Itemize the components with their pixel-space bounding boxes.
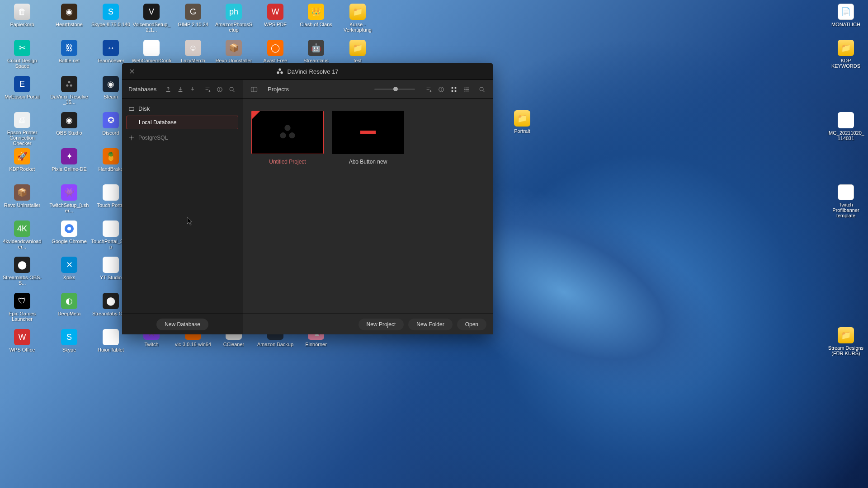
window-title: DaVinci Resolve 17 <box>287 68 338 75</box>
desktop-icon-kurse[interactable]: 📁Kurse - Verknüpfung <box>337 2 378 37</box>
svg-point-1 <box>66 84 68 87</box>
project-abo-button[interactable]: Abo Button new <box>332 111 404 165</box>
projects-search-button[interactable] <box>477 85 486 94</box>
db-export-button[interactable] <box>176 85 184 94</box>
desktop-icon-deepmeta[interactable]: ◐DeepMeta <box>49 291 90 326</box>
project-preview-graphic <box>360 131 376 134</box>
grid-view-button[interactable] <box>449 85 458 94</box>
svg-point-2 <box>70 84 72 87</box>
desktop-icon-revo[interactable]: 📦Revo Uninstaller <box>2 183 42 218</box>
desktop-icon-myepson[interactable]: EMyEpson Portal <box>2 74 42 109</box>
download-icon <box>177 86 184 93</box>
new-project-button[interactable]: New Project <box>359 319 404 330</box>
mouse-cursor-icon <box>187 217 193 226</box>
list-view-button[interactable] <box>462 85 471 94</box>
databases-header: Databases <box>122 80 243 99</box>
desktop-icon-slobs-setup[interactable]: ⬤Streamlabs-OBS-S... <box>2 255 42 290</box>
desktop-icon-wps-office[interactable]: WWPS Office <box>2 327 42 362</box>
open-button[interactable]: Open <box>457 319 486 330</box>
desktop-icon-amazonphotos[interactable]: phAmazonPhotosSetup <box>213 2 254 37</box>
svg-point-6 <box>277 71 279 74</box>
grid-icon <box>451 86 457 93</box>
search-icon <box>479 86 485 93</box>
desktop-icon-wpspdf[interactable]: WWPS PDF <box>255 2 296 37</box>
thumbnail-size-slider[interactable] <box>374 89 415 90</box>
project-name: Abo Button new <box>349 159 387 165</box>
toggle-sidebar-button[interactable] <box>250 85 259 94</box>
desktop-icon-kdprocket[interactable]: 🚀KDPRocket <box>2 146 42 182</box>
svg-point-23 <box>464 90 465 91</box>
davinci-project-manager-window: DaVinci Resolve 17 Databases Disk <box>122 63 493 334</box>
desktop-icon-pixia[interactable]: ✦Pixia Online-DE <box>49 146 90 182</box>
desktop-icon-kdpkeywords[interactable]: 📁KDP KEYWORDS <box>826 38 866 73</box>
svg-point-22 <box>464 89 465 90</box>
desktop-icon-epic[interactable]: 🛡Epic Games Launcher <box>2 291 42 326</box>
svg-point-25 <box>284 125 290 131</box>
databases-sidebar: Databases Disk Local Database <box>122 80 243 334</box>
backup-icon <box>189 86 196 93</box>
svg-rect-11 <box>129 107 134 110</box>
desktop-icon-4kdownloader[interactable]: 4K4kvideodownloader... <box>2 219 42 254</box>
db-search-button[interactable] <box>228 85 236 94</box>
desktop-icon-monatlich[interactable]: 📄MONATLICH <box>826 2 866 37</box>
svg-rect-17 <box>452 87 453 89</box>
svg-rect-19 <box>452 90 453 92</box>
database-item-local[interactable]: Local Database <box>127 116 238 129</box>
project-thumbnail[interactable] <box>251 111 324 154</box>
new-database-button[interactable]: New Database <box>156 319 208 330</box>
projects-sort-button[interactable] <box>424 85 433 94</box>
project-untitled[interactable]: Untitled Project <box>251 111 324 165</box>
project-thumbnail[interactable] <box>332 111 404 154</box>
close-button[interactable] <box>127 67 137 76</box>
desktop-icon-voicemod[interactable]: VVoicemodSetup_2.1... <box>131 2 172 37</box>
db-sort-button[interactable] <box>203 85 212 94</box>
svg-rect-14 <box>251 87 257 92</box>
desktop-icon-hearthstone[interactable]: ◉Hearthstone <box>49 2 90 37</box>
desktop-icon-chrome[interactable]: Google Chrome <box>49 219 90 254</box>
desktop-icon-battlenet[interactable]: ⛓Battle.net <box>49 38 90 73</box>
desktop-icon-skype2[interactable]: SSkype <box>49 327 90 362</box>
desktop-icon-obs[interactable]: ◉OBS Studio <box>49 110 90 145</box>
desktop-icon-portrait[interactable]: 📁Portrait <box>502 108 542 144</box>
svg-point-10 <box>230 87 234 91</box>
projects-grid: Untitled Project Abo Button new <box>243 99 493 314</box>
search-icon <box>229 86 235 93</box>
svg-rect-20 <box>455 90 457 92</box>
new-folder-button[interactable]: New Folder <box>408 319 452 330</box>
projects-footer: New Project New Folder Open <box>243 314 493 334</box>
disk-group-header[interactable]: Disk <box>127 103 238 116</box>
postgres-group-label: PostgreSQL <box>138 135 168 141</box>
davinci-logo-icon <box>276 68 283 75</box>
desktop-icon-stream-designs[interactable]: 📁Stream Designs (FÜR KURS) <box>826 325 866 361</box>
projects-info-button[interactable] <box>437 85 446 94</box>
network-icon <box>128 135 135 141</box>
desktop-icon-recycle-bin[interactable]: 🗑Papierkorb <box>2 2 42 37</box>
titlebar[interactable]: DaVinci Resolve 17 <box>122 63 493 80</box>
sort-icon <box>204 86 211 93</box>
databases-header-label: Databases <box>128 86 156 93</box>
panel-icon <box>250 86 258 93</box>
desktop-icon-cricut[interactable]: ✂Cricut Design Space <box>2 38 42 73</box>
desktop-icon-twitchsetup[interactable]: 👾TwitchSetup_[usher... <box>49 183 90 218</box>
svg-point-24 <box>480 87 483 91</box>
davinci-logo-icon <box>278 123 297 141</box>
desktop-icon-davinci16[interactable]: DaVinci_Resolve_16... <box>49 74 90 109</box>
desktop-icon-img-photo[interactable]: 🖼IMG_20211020_114031 <box>826 110 866 145</box>
current-project-corner-icon <box>252 111 260 119</box>
desktop-icon-xpiks[interactable]: ✕Xpiks <box>49 255 90 290</box>
svg-point-26 <box>280 132 286 138</box>
desktop-icon-skype[interactable]: SSkype-8.75.0.140 <box>90 2 131 37</box>
postgres-group-header[interactable]: PostgreSQL <box>127 129 238 143</box>
projects-header: Projects <box>243 80 493 99</box>
desktop-icon-clash[interactable]: 👑Clash of Clans <box>296 2 336 37</box>
desktop-icon-twitch-banner[interactable]: ▭Twitch Profilbanner template <box>826 183 866 218</box>
desktop-icon-gimp[interactable]: GGIMP 2.10.24 <box>173 2 213 37</box>
db-import-button[interactable] <box>164 85 172 94</box>
slider-thumb[interactable] <box>393 87 398 91</box>
db-backup-button[interactable] <box>188 85 197 94</box>
svg-point-5 <box>279 68 281 70</box>
svg-point-21 <box>464 87 465 88</box>
db-info-button[interactable] <box>216 85 224 94</box>
svg-point-9 <box>219 88 220 89</box>
desktop-icon-epson-checker[interactable]: 🖨Epson Printer Connection Checker <box>2 110 42 145</box>
